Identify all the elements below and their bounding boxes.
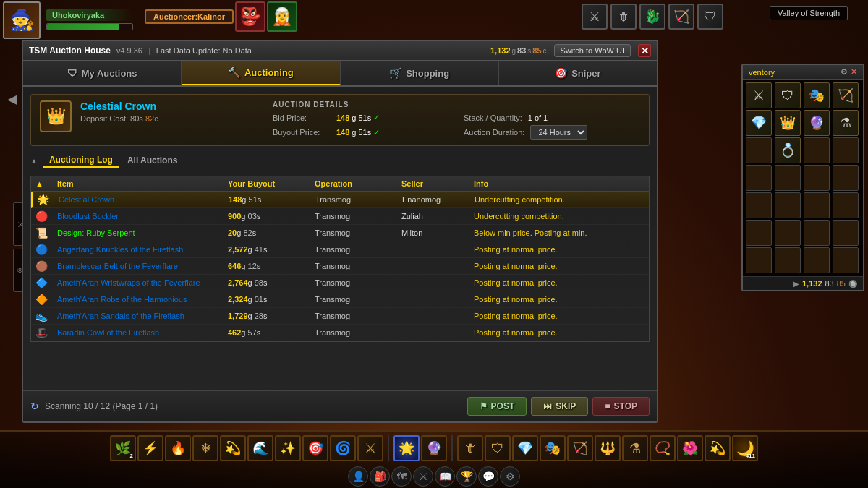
- skill-bar: 🌿2 ⚡ 🔥 ❄ 💫 🌊 ✨ 🎯 🌀 ⚔ 🌟 🔮 🗡 🛡 💎 🎭 🏹 🔱 ⚗ 📿…: [0, 432, 868, 465]
- table-row[interactable]: 🌟 Celestial Crown 148g 51s Transmog Enan…: [31, 192, 649, 208]
- skill-btn-20[interactable]: 📿: [650, 435, 676, 461]
- inventory-slot-5[interactable]: 👑: [775, 110, 801, 136]
- tab-my-auctions[interactable]: 🛡 My Auctions: [23, 61, 182, 85]
- skill-btn-8[interactable]: 🎯: [302, 435, 328, 461]
- post-icon: ⚑: [480, 401, 488, 411]
- skill-btn-17[interactable]: 🏹: [567, 435, 593, 461]
- skill-btn-22[interactable]: 💫: [705, 435, 731, 461]
- skill-btn-3[interactable]: 🔥: [165, 435, 191, 461]
- bottom-icon-4[interactable]: ⚔: [413, 466, 433, 487]
- bottom-icon-2[interactable]: 🎒: [370, 466, 390, 487]
- bottom-icon-1[interactable]: 👤: [348, 466, 368, 487]
- row-item-name: Ameth'Aran Sandals of the Fireflash: [57, 312, 228, 320]
- inventory-slot-27[interactable]: [833, 247, 859, 273]
- table-row[interactable]: 📜 Design: Ruby Serpent 20g 82s Transmog …: [31, 225, 649, 241]
- skill-btn-13[interactable]: 🗡: [457, 435, 483, 461]
- bottom-icon-7[interactable]: 💬: [478, 466, 498, 487]
- close-button[interactable]: ✕: [638, 44, 651, 57]
- inventory-slot-12[interactable]: [746, 165, 772, 191]
- inventory-slot-4[interactable]: 💎: [746, 110, 772, 136]
- skill-btn-2[interactable]: ⚡: [137, 435, 163, 461]
- table-row[interactable]: 🔵 Angerfang Knuckles of the Fireflash 2,…: [31, 241, 649, 258]
- skill-icon-14: 🛡: [491, 441, 504, 456]
- inventory-slot-11[interactable]: [833, 137, 859, 163]
- inventory-slot-13[interactable]: [775, 165, 801, 191]
- inventory-slot-14[interactable]: [804, 165, 830, 191]
- skill-btn-12[interactable]: 🔮: [421, 435, 447, 461]
- buyout-price-row: Buyout Price: 148g 51s ✓: [273, 125, 449, 140]
- tab-sniper[interactable]: 🎯 Sniper: [499, 61, 657, 85]
- table-row[interactable]: 🔴 Bloodlust Buckler 900g 03s Transmog Zu…: [31, 208, 649, 225]
- bottom-icon-8[interactable]: ⚙: [500, 466, 520, 487]
- table-row[interactable]: 👟 Ameth'Aran Sandals of the Fireflash 1,…: [31, 308, 649, 325]
- auction-table: ▲ Item Your Buyout Operation Seller Info…: [30, 176, 650, 383]
- inventory-slot-10[interactable]: [804, 137, 830, 163]
- skill-btn-11[interactable]: 🌟: [393, 435, 420, 461]
- skill-btn-5[interactable]: 💫: [220, 435, 246, 461]
- post-button[interactable]: ⚑ POST: [467, 397, 527, 416]
- skill-icon-6: 🌊: [252, 440, 268, 456]
- skill-btn-4[interactable]: ❄: [192, 435, 218, 461]
- log-tab-auctioning[interactable]: Auctioning Log: [43, 153, 119, 168]
- skill-btn-7[interactable]: ✨: [275, 435, 301, 461]
- skill-btn-6[interactable]: 🌊: [247, 435, 273, 461]
- bottom-icon-3[interactable]: 🗺: [391, 466, 412, 487]
- skill-btn-1[interactable]: 🌿2: [110, 435, 136, 461]
- inventory-slot-9[interactable]: 💍: [775, 137, 801, 163]
- skill-btn-16[interactable]: 🎭: [540, 435, 566, 461]
- inventory-slot-26[interactable]: [804, 247, 830, 273]
- table-row[interactable]: 🔷 Ameth'Aran Wristwraps of the Feverflar…: [31, 275, 649, 291]
- inventory-settings-icon[interactable]: ⚙: [841, 67, 848, 77]
- bottom-icon-6[interactable]: 🏆: [456, 466, 477, 487]
- skill-icon-1: 🌿: [115, 440, 131, 456]
- skill-btn-14[interactable]: 🛡: [485, 435, 511, 461]
- inventory-slot-17[interactable]: [775, 192, 801, 218]
- tab-shopping[interactable]: 🛒 Shopping: [341, 61, 499, 85]
- skill-btn-19[interactable]: ⚗: [622, 435, 648, 461]
- gold-value: 1,132: [490, 46, 511, 55]
- inventory-slot-15[interactable]: [833, 165, 859, 191]
- skill-btn-10[interactable]: ⚔: [357, 435, 383, 461]
- inventory-slot-24[interactable]: [746, 247, 772, 273]
- inventory-slot-1[interactable]: 🛡: [775, 82, 801, 108]
- inventory-slot-2[interactable]: 🎭: [804, 82, 830, 108]
- inventory-slot-16[interactable]: [746, 192, 772, 218]
- inventory-close-icon[interactable]: ✕: [851, 67, 857, 77]
- skill-btn-21[interactable]: 🌺: [677, 435, 703, 461]
- row-seller: Milton: [401, 228, 474, 237]
- skill-btn-9[interactable]: 🌀: [330, 435, 356, 461]
- row-buyout: 2,324g 01s: [228, 295, 315, 304]
- character-bars: Uhokoviryaka: [46, 9, 133, 30]
- bottom-icon-5[interactable]: 📖: [435, 466, 455, 487]
- log-tab-all[interactable]: All Auctions: [122, 154, 184, 167]
- skill-btn-15[interactable]: 💎: [512, 435, 538, 461]
- inventory-slot-6[interactable]: 🔮: [804, 110, 830, 136]
- deposit-value: 80s: [130, 114, 145, 123]
- inventory-slot-19[interactable]: [833, 192, 859, 218]
- inventory-slot-8[interactable]: [746, 137, 772, 163]
- inventory-grid: ⚔🛡🎭🏹💎👑🔮⚗💍: [743, 80, 863, 276]
- switch-wow-button[interactable]: Switch to WoW UI: [554, 44, 631, 57]
- table-row[interactable]: 🎩 Baradin Cowl of the Fireflash 462g 57s…: [31, 325, 649, 341]
- inventory-slot-22[interactable]: [804, 220, 830, 246]
- row-info: Undercutting competition.: [474, 212, 644, 221]
- inventory-slot-18[interactable]: [804, 192, 830, 218]
- inventory-slot-3[interactable]: 🏹: [833, 82, 859, 108]
- skip-button[interactable]: ⏭ SKIP: [531, 397, 588, 416]
- inventory-slot-0[interactable]: ⚔: [746, 82, 772, 108]
- stop-button[interactable]: ■ STOP: [592, 397, 650, 416]
- inventory-slot-25[interactable]: [775, 247, 801, 273]
- inventory-slot-23[interactable]: [833, 220, 859, 246]
- tab-auctioning[interactable]: 🔨 Auctioning: [182, 61, 340, 85]
- skill-btn-18[interactable]: 🔱: [595, 435, 621, 461]
- inventory-slot-20[interactable]: [746, 220, 772, 246]
- table-row[interactable]: 🟤 Bramblescar Belt of the Feverflare 646…: [31, 258, 649, 275]
- detail-grid: Bid Price: 148g 51s ✓ Stack / Quantity: …: [273, 113, 640, 140]
- table-row[interactable]: 🔶 Ameth'Aran Robe of the Harmonious 2,32…: [31, 291, 649, 308]
- nav-back-arrow[interactable]: ◀: [7, 91, 17, 107]
- skill-btn-23[interactable]: 🌙411: [732, 435, 758, 461]
- inventory-slot-7[interactable]: ⚗: [833, 110, 859, 136]
- row-info: Posting at normal price.: [474, 262, 644, 270]
- duration-select[interactable]: 24 Hours 12 Hours 48 Hours: [530, 125, 587, 140]
- inventory-slot-21[interactable]: [775, 220, 801, 246]
